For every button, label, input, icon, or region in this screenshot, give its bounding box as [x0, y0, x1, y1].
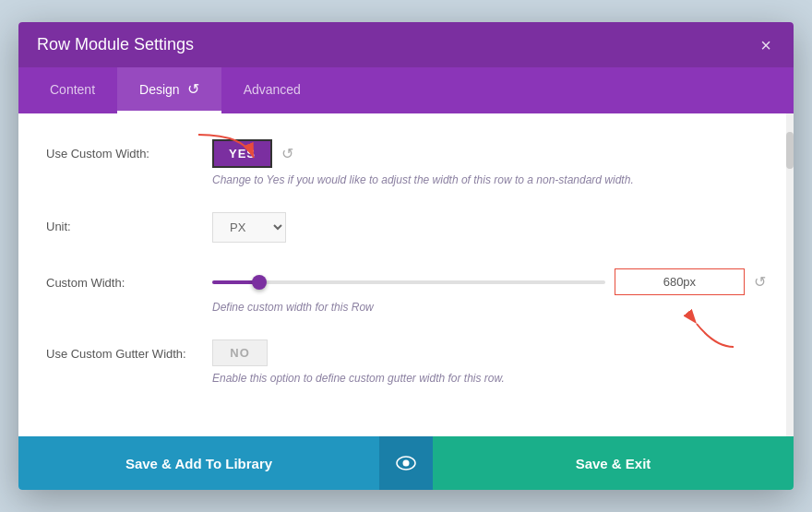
tab-advanced[interactable]: Advanced — [221, 67, 323, 113]
tab-design-label: Design — [139, 82, 180, 97]
slider-track[interactable] — [212, 280, 605, 284]
slider-thumb[interactable] — [252, 275, 267, 290]
modal-header: Row Module Settings × — [18, 22, 794, 67]
modal: Row Module Settings × Content Design ↺ A… — [18, 22, 794, 490]
custom-width-toggle[interactable]: YES — [212, 139, 272, 168]
unit-label: Unit: — [46, 212, 212, 233]
eye-button[interactable] — [379, 436, 433, 490]
custom-gutter-label: Use Custom Gutter Width: — [46, 339, 212, 361]
eye-icon — [396, 456, 416, 470]
custom-width-slider-control: ↺ Define custom width for this Row — [212, 268, 766, 314]
custom-width-reset-icon[interactable]: ↺ — [281, 145, 293, 162]
tab-content-label: Content — [50, 82, 95, 97]
custom-width-input[interactable] — [615, 268, 745, 295]
custom-width-slider-label: Custom Width: — [46, 268, 212, 290]
custom-width-slider-description: Define custom width for this Row — [212, 301, 766, 314]
custom-gutter-control: NO Enable this option to define custom g… — [212, 339, 766, 385]
scrollbar[interactable] — [786, 113, 794, 436]
custom-width-label: Use Custom Width: — [46, 139, 212, 161]
slider-container — [212, 280, 605, 284]
design-reset-icon[interactable]: ↺ — [187, 80, 199, 98]
custom-width-slider-reset-icon[interactable]: ↺ — [754, 273, 766, 291]
modal-title: Row Module Settings — [37, 35, 194, 54]
svg-point-3 — [403, 460, 410, 467]
custom-width-description: Change to Yes if you would like to adjus… — [212, 173, 766, 186]
unit-select[interactable]: PX % EM — [212, 212, 286, 243]
save-exit-button[interactable]: Save & Exit — [433, 436, 794, 490]
tabs-bar: Content Design ↺ Advanced — [18, 67, 794, 113]
save-library-button[interactable]: Save & Add To Library — [18, 436, 379, 490]
use-custom-width-row: Use Custom Width: YES ↺ Change to Yes if… — [46, 139, 766, 186]
modal-content: Use Custom Width: YES ↺ Change to Yes if… — [18, 113, 794, 436]
scrollbar-thumb — [786, 132, 794, 169]
tab-design[interactable]: Design ↺ — [117, 67, 221, 113]
custom-gutter-description: Enable this option to define custom gutt… — [212, 372, 766, 385]
custom-width-control: YES ↺ Change to Yes if you would like to… — [212, 139, 766, 186]
custom-width-slider-row: Custom Width: ↺ Define custom width for … — [46, 268, 766, 314]
close-button[interactable]: × — [757, 36, 775, 54]
custom-gutter-toggle[interactable]: NO — [212, 339, 268, 366]
modal-footer: Save & Add To Library Save & Exit — [18, 436, 794, 490]
modal-overlay: Row Module Settings × Content Design ↺ A… — [18, 17, 794, 496]
tab-advanced-label: Advanced — [244, 82, 301, 97]
custom-gutter-row: Use Custom Gutter Width: NO Enable this … — [46, 339, 766, 385]
tab-content[interactable]: Content — [28, 67, 117, 113]
unit-control: PX % EM — [212, 212, 766, 243]
unit-row: Unit: PX % EM — [46, 212, 766, 243]
